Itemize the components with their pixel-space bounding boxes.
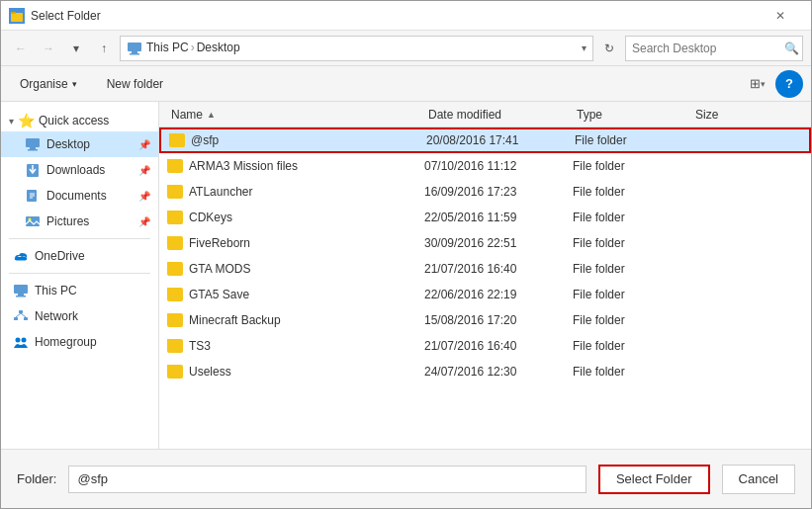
svg-rect-4	[130, 53, 139, 55]
onedrive-label: OneDrive	[35, 249, 150, 263]
table-row[interactable]: GTA5 Save 22/06/2016 22:19 File folder	[159, 282, 811, 307]
file-type: File folder	[573, 288, 691, 301]
svg-point-26	[22, 338, 27, 343]
sidebar-item-network[interactable]: Network	[1, 303, 158, 329]
table-row[interactable]: ATLauncher 16/09/2016 17:23 File folder	[159, 179, 811, 205]
recent-button[interactable]: ▾	[64, 37, 88, 60]
svg-rect-21	[14, 317, 18, 320]
table-row[interactable]: Useless 24/07/2016 12:30 File folder	[159, 359, 811, 384]
file-date: 22/06/2016 22:19	[424, 288, 573, 301]
svg-rect-18	[18, 294, 24, 296]
file-type: File folder	[573, 365, 691, 379]
onedrive-icon	[13, 248, 29, 264]
view-button[interactable]: ⊞ ▾	[744, 70, 771, 98]
table-row[interactable]: Minecraft Backup 15/08/2016 17:20 File f…	[159, 307, 811, 333]
sidebar-item-homegroup[interactable]: Homegroup	[1, 329, 158, 355]
address-bar[interactable]: This PC › Desktop ▾	[120, 36, 593, 61]
table-row[interactable]: FiveReborn 30/09/2016 22:51 File folder	[159, 230, 811, 256]
documents-icon	[25, 188, 41, 204]
sidebar-item-desktop[interactable]: Desktop 📌	[1, 131, 158, 157]
address-dropdown-icon[interactable]: ▾	[582, 42, 586, 53]
file-date: 22/05/2016 11:59	[424, 211, 573, 224]
sidebar-item-downloads[interactable]: Downloads 📌	[1, 157, 158, 183]
desktop-icon	[25, 136, 41, 152]
table-row[interactable]: CDKeys 22/05/2016 11:59 File folder	[159, 205, 811, 230]
address-path: This PC › Desktop	[127, 41, 578, 55]
thispc-icon	[13, 283, 29, 298]
file-date: 20/08/2016 17:41	[426, 133, 575, 147]
sidebar-divider-2	[9, 273, 150, 274]
file-date: 30/09/2016 22:51	[424, 236, 573, 250]
col-header-name[interactable]: Name ▲	[167, 108, 424, 122]
svg-line-24	[21, 313, 26, 317]
file-date: 24/07/2016 12:30	[424, 365, 573, 379]
file-type: File folder	[573, 185, 691, 199]
help-button[interactable]: ?	[775, 70, 803, 98]
up-button[interactable]: ↑	[92, 37, 116, 60]
svg-line-23	[16, 313, 21, 317]
file-area: Name ▲ Date modified Type Size @sfp	[159, 102, 811, 449]
refresh-button[interactable]: ↻	[597, 37, 621, 60]
col-header-type[interactable]: Type	[573, 108, 691, 122]
cancel-button[interactable]: Cancel	[722, 465, 795, 494]
chevron-quick-access: ▾	[9, 116, 14, 127]
desktop-pin-icon: 📌	[138, 139, 150, 150]
quick-access-icon: ⭐	[18, 113, 35, 128]
sidebar-group-quick-access[interactable]: ▾ ⭐ Quick access	[1, 110, 158, 131]
col-header-size[interactable]: Size	[691, 108, 770, 122]
folder-icon	[167, 236, 183, 250]
sidebar-item-onedrive[interactable]: OneDrive	[1, 243, 158, 269]
address-pc	[127, 41, 144, 55]
folder-icon	[167, 365, 183, 379]
window-icon	[9, 8, 25, 24]
address-sep1: ›	[191, 41, 195, 54]
folder-icon	[167, 159, 183, 173]
homegroup-label: Homegroup	[35, 335, 150, 349]
forward-button[interactable]: →	[37, 37, 60, 60]
search-bar[interactable]: 🔍	[625, 36, 803, 61]
file-type: File folder	[573, 262, 691, 276]
svg-rect-2	[128, 42, 141, 51]
file-date: 15/08/2016 17:20	[424, 313, 573, 327]
close-button[interactable]: ✕	[758, 1, 803, 31]
table-row[interactable]: GTA MODS 21/07/2016 16:40 File folder	[159, 256, 811, 282]
col-header-date[interactable]: Date modified	[424, 108, 573, 122]
network-label: Network	[35, 309, 150, 323]
downloads-icon	[25, 162, 41, 178]
table-row[interactable]: ARMA3 Mission files 07/10/2016 11:12 Fil…	[159, 153, 811, 179]
window-title: Select Folder	[31, 9, 101, 23]
nav-bar: ← → ▾ ↑ This PC › Desktop ▾ ↻ 🔍	[1, 31, 811, 66]
pictures-icon	[25, 213, 41, 229]
file-date: 16/09/2016 17:23	[424, 185, 573, 199]
toolbar: Organise ▾ New folder ⊞ ▾ ?	[1, 66, 811, 102]
svg-rect-5	[26, 138, 40, 147]
file-type: File folder	[573, 236, 691, 250]
file-name: FiveReborn	[189, 236, 250, 250]
svg-point-25	[16, 338, 21, 343]
sidebar-item-thispc[interactable]: This PC	[1, 278, 158, 303]
file-type: File folder	[573, 339, 691, 353]
select-folder-button[interactable]: Select Folder	[598, 465, 710, 494]
file-name: @sfp	[191, 133, 219, 147]
file-name: GTA5 Save	[189, 288, 249, 301]
folder-label: Folder:	[17, 471, 56, 486]
svg-rect-0	[11, 13, 23, 22]
organise-button[interactable]: Organise ▾	[9, 70, 88, 98]
file-name: ARMA3 Mission files	[189, 159, 298, 173]
table-row[interactable]: TS3 21/07/2016 16:40 File folder	[159, 333, 811, 359]
file-type: File folder	[575, 133, 693, 147]
back-button[interactable]: ←	[9, 37, 33, 60]
sidebar-item-documents[interactable]: Documents 📌	[1, 183, 158, 209]
file-name: GTA MODS	[189, 262, 250, 276]
folder-input[interactable]	[68, 466, 586, 493]
documents-pin-icon: 📌	[138, 191, 150, 202]
svg-rect-20	[19, 310, 23, 313]
search-input[interactable]	[632, 42, 780, 55]
network-icon	[13, 308, 29, 324]
sidebar-divider-1	[9, 238, 150, 239]
downloads-label: Downloads	[46, 163, 133, 177]
folder-icon	[167, 339, 183, 353]
sidebar-item-pictures[interactable]: Pictures 📌	[1, 209, 158, 234]
new-folder-button[interactable]: New folder	[96, 70, 174, 98]
table-row[interactable]: @sfp 20/08/2016 17:41 File folder	[159, 127, 811, 153]
